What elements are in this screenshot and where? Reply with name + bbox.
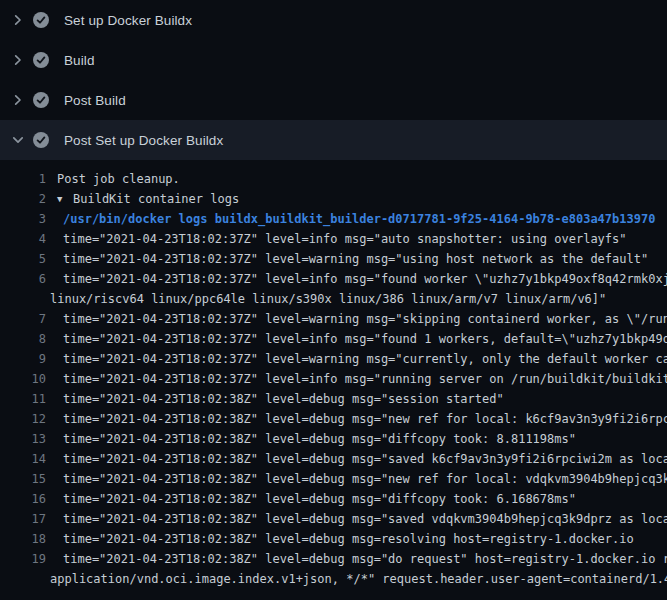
- log-line-number[interactable]: 3: [0, 209, 46, 229]
- step-label: Build: [64, 53, 95, 68]
- log-line-content: time="2021-04-23T18:02:38Z" level=debug …: [63, 512, 667, 526]
- log-line-number[interactable]: 10: [0, 369, 46, 389]
- log-line-content: BuildKit container logs: [73, 192, 239, 206]
- check-circle-icon: [33, 132, 49, 148]
- log-line-number[interactable]: 12: [0, 409, 46, 429]
- chevron-down-icon: [10, 132, 26, 148]
- log-line-number[interactable]: 13: [0, 429, 46, 449]
- log-line-number[interactable]: 14: [0, 449, 46, 469]
- log-line-text: Post job cleanup.: [46, 169, 667, 189]
- log-line: 15 time="2021-04-23T18:02:38Z" level=deb…: [0, 469, 667, 489]
- log-line: 19 time="2021-04-23T18:02:38Z" level=deb…: [0, 549, 667, 569]
- step-label: Post Set up Docker Buildx: [64, 133, 223, 148]
- log-line: 11 time="2021-04-23T18:02:38Z" level=deb…: [0, 389, 667, 409]
- log-line-content: time="2021-04-23T18:02:37Z" level=info m…: [63, 232, 627, 246]
- log-line-number[interactable]: 17: [0, 509, 46, 529]
- log-line-content: time="2021-04-23T18:02:37Z" level=warnin…: [63, 252, 648, 266]
- log-line-text: time="2021-04-23T18:02:38Z" level=debug …: [46, 389, 667, 409]
- log-line-text: time="2021-04-23T18:02:37Z" level=info m…: [46, 369, 667, 389]
- log-line: 13 time="2021-04-23T18:02:38Z" level=deb…: [0, 429, 667, 449]
- log-line-content: time="2021-04-23T18:02:38Z" level=debug …: [63, 412, 667, 426]
- log-line: 20 time="2021-04-23T18:02:38Z" level=deb…: [0, 589, 667, 591]
- check-circle-icon: [33, 52, 49, 68]
- log-line: 7 time="2021-04-23T18:02:37Z" level=warn…: [0, 309, 667, 329]
- log-line: 12 time="2021-04-23T18:02:38Z" level=deb…: [0, 409, 667, 429]
- log-line-content: time="2021-04-23T18:02:38Z" level=debug …: [63, 552, 667, 566]
- log-line-number[interactable]: [0, 569, 46, 589]
- log-line: 18 time="2021-04-23T18:02:38Z" level=deb…: [0, 529, 667, 549]
- step-header-post-set-up-docker-buildx[interactable]: Post Set up Docker Buildx: [0, 120, 667, 160]
- steps-list: Set up Docker Buildx Build Post Bu: [0, 0, 667, 160]
- chevron-right-icon: [10, 52, 26, 68]
- log-line-text: time="2021-04-23T18:02:37Z" level=warnin…: [46, 309, 667, 329]
- log-line-text: time="2021-04-23T18:02:37Z" level=info m…: [46, 329, 667, 349]
- log-line-number[interactable]: 5: [0, 249, 46, 269]
- log-scroll-area[interactable]: 1 Post job cleanup. 2 ▼BuildKit containe…: [0, 160, 667, 591]
- log-line-text: time="2021-04-23T18:02:38Z" level=debug …: [46, 589, 667, 591]
- log-line-number[interactable]: 8: [0, 329, 46, 349]
- log-line-text: time="2021-04-23T18:02:38Z" level=debug …: [46, 449, 667, 469]
- log-group-toggle[interactable]: ▼BuildKit container logs: [46, 189, 667, 209]
- log-line-number[interactable]: 6: [0, 269, 46, 289]
- log-line-number[interactable]: 11: [0, 389, 46, 409]
- log-line-content: time="2021-04-23T18:02:38Z" level=debug …: [63, 392, 504, 406]
- chevron-right-icon: [10, 92, 26, 108]
- log-line-text: time="2021-04-23T18:02:38Z" level=debug …: [46, 549, 667, 569]
- check-circle-icon: [33, 92, 49, 108]
- log-line-content: time="2021-04-23T18:02:38Z" level=debug …: [63, 532, 634, 546]
- log-line: 1 Post job cleanup.: [0, 169, 667, 189]
- log-line-content: time="2021-04-23T18:02:37Z" level=info m…: [63, 332, 667, 346]
- group-collapse-triangle-icon: ▼: [57, 189, 73, 209]
- log-line-content: time="2021-04-23T18:02:38Z" level=debug …: [63, 452, 667, 466]
- log-line: 5 time="2021-04-23T18:02:37Z" level=warn…: [0, 249, 667, 269]
- check-circle-icon: [33, 12, 49, 28]
- log-line-content: Post job cleanup.: [57, 172, 180, 186]
- log-line-text: time="2021-04-23T18:02:38Z" level=debug …: [46, 489, 667, 509]
- log-line-number[interactable]: 9: [0, 349, 46, 369]
- log-line-text: time="2021-04-23T18:02:38Z" level=debug …: [46, 529, 667, 549]
- log-line-text: time="2021-04-23T18:02:38Z" level=debug …: [46, 469, 667, 489]
- log-line-text: time="2021-04-23T18:02:38Z" level=debug …: [46, 409, 667, 429]
- log-line: application/vnd.oci.image.index.v1+json,…: [0, 569, 667, 589]
- log-line-content: /usr/bin/docker logs buildx_buildkit_bui…: [63, 212, 655, 226]
- log-line-text: application/vnd.oci.image.index.v1+json,…: [46, 569, 667, 589]
- step-label: Set up Docker Buildx: [64, 13, 192, 28]
- log-line-number[interactable]: 1: [0, 169, 46, 189]
- log-line: 3 /usr/bin/docker logs buildx_buildkit_b…: [0, 209, 667, 229]
- log-line-number[interactable]: 20: [0, 589, 46, 591]
- step-header-build[interactable]: Build: [0, 40, 667, 80]
- log-line-text: time="2021-04-23T18:02:38Z" level=debug …: [46, 429, 667, 449]
- step-header-set-up-docker-buildx[interactable]: Set up Docker Buildx: [0, 0, 667, 40]
- log-line-number[interactable]: 19: [0, 549, 46, 569]
- log-line: linux/riscv64 linux/ppc64le linux/s390x …: [0, 289, 667, 309]
- log-line-text: linux/riscv64 linux/ppc64le linux/s390x …: [46, 289, 667, 309]
- log-command-text: /usr/bin/docker logs buildx_buildkit_bui…: [46, 209, 667, 229]
- chevron-right-icon: [10, 12, 26, 28]
- log-line-content: time="2021-04-23T18:02:37Z" level=info m…: [63, 372, 667, 386]
- log-line-content: application/vnd.oci.image.index.v1+json,…: [50, 572, 667, 586]
- log-line-number[interactable]: [0, 289, 46, 309]
- log-line-number[interactable]: 16: [0, 489, 46, 509]
- log-line: 16 time="2021-04-23T18:02:38Z" level=deb…: [0, 489, 667, 509]
- log-line-text: time="2021-04-23T18:02:37Z" level=info m…: [46, 229, 667, 249]
- log-line-number[interactable]: 2: [0, 189, 46, 209]
- step-header-post-build[interactable]: Post Build: [0, 80, 667, 120]
- log-line-number[interactable]: 18: [0, 529, 46, 549]
- log-line-content: time="2021-04-23T18:02:38Z" level=debug …: [63, 432, 576, 446]
- log-line: 9 time="2021-04-23T18:02:37Z" level=warn…: [0, 349, 667, 369]
- log-line-number[interactable]: 4: [0, 229, 46, 249]
- log-line-text: time="2021-04-23T18:02:37Z" level=warnin…: [46, 249, 667, 269]
- log-line-number[interactable]: 7: [0, 309, 46, 329]
- log-line-content: time="2021-04-23T18:02:38Z" level=debug …: [63, 472, 667, 486]
- log-line-number[interactable]: 15: [0, 469, 46, 489]
- log-line-text: time="2021-04-23T18:02:38Z" level=debug …: [46, 509, 667, 529]
- log-line-content: time="2021-04-23T18:02:37Z" level=info m…: [63, 272, 667, 286]
- log-line: 4 time="2021-04-23T18:02:37Z" level=info…: [0, 229, 667, 249]
- log-line-text: time="2021-04-23T18:02:37Z" level=info m…: [46, 269, 667, 289]
- log-line: 14 time="2021-04-23T18:02:38Z" level=deb…: [0, 449, 667, 469]
- log-line: 10 time="2021-04-23T18:02:37Z" level=inf…: [0, 369, 667, 389]
- log-line-content: time="2021-04-23T18:02:38Z" level=debug …: [63, 492, 576, 506]
- log-line-content: linux/riscv64 linux/ppc64le linux/s390x …: [50, 292, 606, 306]
- log-line-content: time="2021-04-23T18:02:37Z" level=warnin…: [63, 312, 667, 326]
- log-line-content: time="2021-04-23T18:02:37Z" level=warnin…: [63, 352, 667, 366]
